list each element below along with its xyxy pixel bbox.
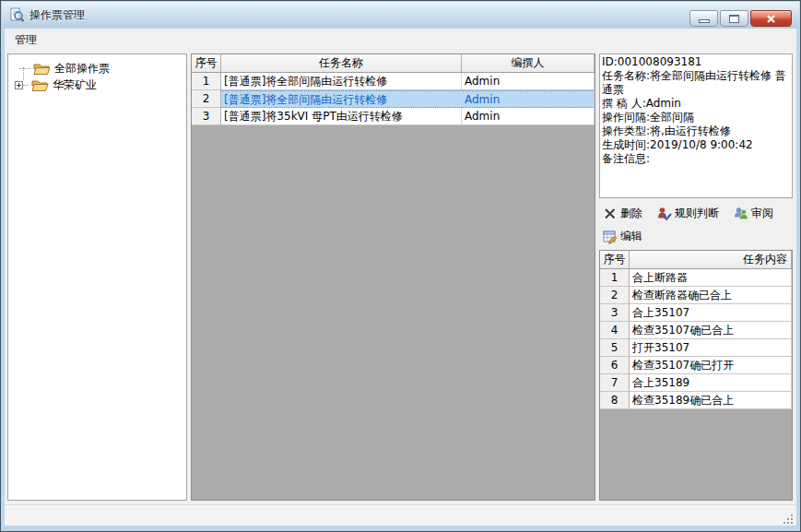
person-check-icon xyxy=(657,207,672,221)
minimize-button[interactable] xyxy=(689,10,718,27)
window-controls xyxy=(689,10,792,27)
task-name-cell[interactable]: [普通票]将全部间隔由运行转检修 xyxy=(221,90,462,108)
content-row[interactable]: 3 合上35107 xyxy=(600,304,792,322)
detail-line-id: ID:001008093181 xyxy=(602,55,790,69)
delete-x-icon xyxy=(603,207,618,221)
tree-item-huarong-mining[interactable]: 华荣矿业 xyxy=(8,77,186,93)
ticket-table-header: 序号 任务名称 编撰人 xyxy=(192,54,595,73)
column-header-task-content[interactable]: 任务内容 xyxy=(630,251,792,268)
maximize-icon xyxy=(729,15,739,23)
row-number-cell: 2 xyxy=(192,90,221,108)
row-number-cell: 1 xyxy=(192,73,221,90)
reviewers-icon xyxy=(734,207,748,221)
row-number-cell: 3 xyxy=(192,108,221,125)
row-number-cell: 8 xyxy=(600,392,630,409)
task-content-cell[interactable]: 打开35107 xyxy=(630,339,792,357)
author-cell[interactable]: Admin xyxy=(462,90,595,108)
edit-button-label: 编辑 xyxy=(620,229,642,244)
status-bar xyxy=(5,504,796,526)
minimize-icon xyxy=(699,19,710,23)
tree-branch-line xyxy=(19,68,30,69)
ticket-tree-panel: 全部操作票 华荣矿业 xyxy=(7,53,187,501)
tree-item-label: 华荣矿业 xyxy=(53,77,97,93)
detail-line-interval: 操作间隔:全部间隔 xyxy=(602,111,790,124)
author-cell[interactable]: Admin xyxy=(462,73,595,90)
detail-line-type: 操作类型:将,由运行转检修 xyxy=(602,124,790,138)
task-content-cell[interactable]: 检查35107确已合上 xyxy=(630,322,792,339)
window-title: 操作票管理 xyxy=(29,7,85,23)
close-button[interactable] xyxy=(750,10,792,27)
column-header-no[interactable]: 序号 xyxy=(600,251,630,268)
content-table-header: 序号 任务内容 xyxy=(600,251,792,269)
content-row[interactable]: 4 检查35107确已合上 xyxy=(600,322,792,339)
task-name-cell[interactable]: [普通票]将全部间隔由运行转检修 xyxy=(221,73,462,90)
ticket-row[interactable]: 3 [普通票]将35kVⅠ 母PT由运行转检修 Admin xyxy=(192,108,595,125)
edit-button[interactable]: 编辑 xyxy=(601,228,644,245)
row-number-cell: 4 xyxy=(600,322,630,339)
content-row[interactable]: 6 检查35107确已打开 xyxy=(600,357,792,374)
detail-line-created: 生成时间:2019/10/8 9:00:42 xyxy=(602,138,790,152)
row-number-cell: 2 xyxy=(600,287,630,304)
content-row[interactable]: 1 合上断路器 xyxy=(600,269,792,287)
column-header-no[interactable]: 序号 xyxy=(192,54,221,72)
ticket-list-table: 序号 任务名称 编撰人 1 [普通票]将全部间隔由运行转检修 Admin 2 [… xyxy=(191,53,595,501)
row-number-cell: 1 xyxy=(600,269,630,287)
task-content-cell[interactable]: 合上断路器 xyxy=(630,269,792,287)
content-row[interactable]: 5 打开35107 xyxy=(600,339,792,357)
folder-open-icon xyxy=(31,78,49,92)
content-row[interactable]: 2 检查断路器确已合上 xyxy=(600,287,792,304)
ticket-details-text: ID:001008093181 任务名称:将全部间隔由运行转检修 普通票 撰 稿… xyxy=(599,53,793,198)
titlebar: 操作票管理 xyxy=(2,2,799,29)
task-content-table: 序号 任务内容 1 合上断路器 2 检查断路器确已合上 3 合上35107 4 xyxy=(599,250,793,501)
ticket-row[interactable]: 1 [普通票]将全部间隔由运行转检修 Admin xyxy=(192,73,595,90)
column-header-author[interactable]: 编撰人 xyxy=(462,54,595,72)
column-header-task-name[interactable]: 任务名称 xyxy=(221,54,462,72)
task-content-cell[interactable]: 检查35107确已打开 xyxy=(630,357,792,374)
content-row[interactable]: 8 检查35189确已合上 xyxy=(600,392,792,409)
task-name-cell[interactable]: [普通票]将35kVⅠ 母PT由运行转检修 xyxy=(221,108,462,125)
content-row[interactable]: 7 合上35189 xyxy=(600,374,792,392)
review-button-label: 审阅 xyxy=(751,206,773,221)
close-icon xyxy=(766,14,776,24)
task-content-cell[interactable]: 检查断路器确已合上 xyxy=(630,287,792,304)
app-window: 操作票管理 管理 xyxy=(0,0,801,532)
row-number-cell: 7 xyxy=(600,374,630,392)
row-number-cell: 6 xyxy=(600,357,630,374)
row-number-cell: 3 xyxy=(600,304,630,322)
menu-manage[interactable]: 管理 xyxy=(8,29,43,52)
task-content-cell[interactable]: 合上35189 xyxy=(630,374,792,392)
tree-item-all-tickets[interactable]: 全部操作票 xyxy=(8,60,186,77)
detail-toolbar: 删除 规则判断 xyxy=(599,198,793,250)
tree-branch-line xyxy=(23,85,29,86)
delete-button-label: 删除 xyxy=(620,206,642,221)
detail-panel: ID:001008093181 任务名称:将全部间隔由运行转检修 普通票 撰 稿… xyxy=(599,53,793,501)
window-body: 管理 全部操作票 xyxy=(5,29,796,526)
menu-bar: 管理 xyxy=(5,29,796,53)
rule-judge-button-label: 规则判断 xyxy=(675,206,719,221)
author-cell[interactable]: Admin xyxy=(462,108,595,125)
ticket-row-selected[interactable]: 2 [普通票]将全部间隔由运行转检修 Admin xyxy=(192,90,595,108)
rule-judge-button[interactable]: 规则判断 xyxy=(655,205,721,222)
resize-grip[interactable] xyxy=(783,512,795,524)
tree-item-label: 全部操作票 xyxy=(54,61,110,77)
row-number-cell: 5 xyxy=(600,339,630,357)
folder-open-icon xyxy=(33,62,51,76)
detail-line-task-name: 任务名称:将全部间隔由运行转检修 普通票 xyxy=(602,69,790,97)
expand-plus-icon[interactable] xyxy=(15,81,23,89)
review-button[interactable]: 审阅 xyxy=(732,205,775,222)
task-content-cell[interactable]: 检查35189确已合上 xyxy=(630,392,792,409)
detail-line-author: 撰 稿 人:Admin xyxy=(602,97,790,111)
delete-button[interactable]: 删除 xyxy=(601,205,644,222)
detail-line-remark: 备注信息: xyxy=(602,152,790,166)
maximize-button[interactable] xyxy=(720,10,748,27)
app-magnifier-doc-icon xyxy=(9,7,25,23)
edit-grid-pencil-icon xyxy=(603,230,618,244)
task-content-cell[interactable]: 合上35107 xyxy=(630,304,792,322)
